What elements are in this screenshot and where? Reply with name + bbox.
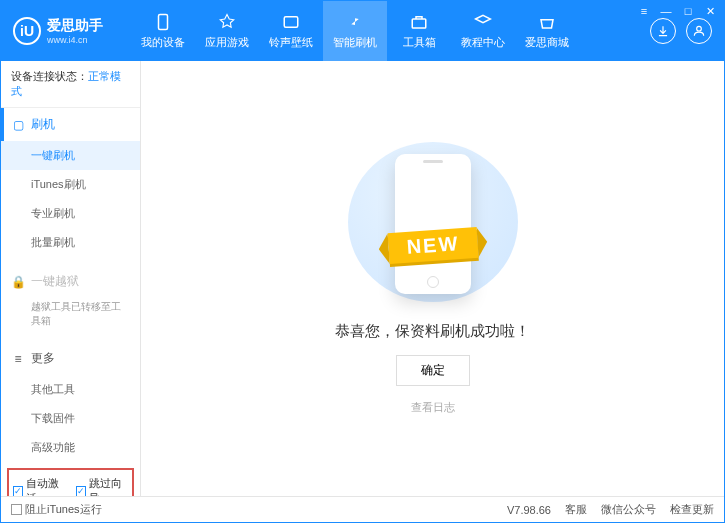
nav-my-device[interactable]: 我的设备 <box>131 1 195 61</box>
success-message: 恭喜您，保资料刷机成功啦！ <box>335 322 530 341</box>
confirm-button[interactable]: 确定 <box>396 355 470 386</box>
sidebar-item-itunes-flash[interactable]: iTunes刷机 <box>1 170 140 199</box>
checkbox-icon <box>11 504 22 515</box>
svg-rect-1 <box>284 16 298 27</box>
success-illustration: NEW <box>348 142 518 302</box>
support-link[interactable]: 客服 <box>565 502 587 517</box>
more-icon: ≡ <box>11 352 25 366</box>
sidebar-item-oneclick-flash[interactable]: 一键刷机 <box>1 141 140 170</box>
nav-store[interactable]: 爱思商城 <box>515 1 579 61</box>
wallpaper-icon <box>282 13 300 31</box>
nav-ringtone-wallpaper[interactable]: 铃声壁纸 <box>259 1 323 61</box>
sidebar-group-label: 一键越狱 <box>31 273 79 290</box>
nav-apps-games[interactable]: 应用游戏 <box>195 1 259 61</box>
svg-point-3 <box>697 26 702 31</box>
phone-icon <box>154 13 172 31</box>
status-label: 设备连接状态： <box>11 70 88 82</box>
check-update-link[interactable]: 检查更新 <box>670 502 714 517</box>
nav-label: 应用游戏 <box>205 35 249 50</box>
toolbox-icon <box>410 13 428 31</box>
nav-label: 铃声壁纸 <box>269 35 313 50</box>
app-subtitle: www.i4.cn <box>47 35 103 45</box>
nav-label: 工具箱 <box>403 35 436 50</box>
sidebar-group-label: 更多 <box>31 350 55 367</box>
sidebar-group-label: 刷机 <box>31 116 55 133</box>
menu-icon[interactable]: ≡ <box>636 5 652 18</box>
nav-tutorials[interactable]: 教程中心 <box>451 1 515 61</box>
jailbreak-note: 越狱工具已转移至工具箱 <box>1 298 140 334</box>
checkbox-skip-guide[interactable]: 跳过向导 <box>76 476 129 496</box>
flash-group-icon: ▢ <box>11 118 25 132</box>
apps-icon <box>218 13 236 31</box>
minimize-icon[interactable]: — <box>658 5 674 18</box>
logo: iU 爱思助手 www.i4.cn <box>1 17 131 45</box>
nav-label: 爱思商城 <box>525 35 569 50</box>
nav-smart-flash[interactable]: 智能刷机 <box>323 1 387 61</box>
nav-label: 教程中心 <box>461 35 505 50</box>
window-controls: ≡ — □ ✕ <box>636 5 718 18</box>
close-icon[interactable]: ✕ <box>702 5 718 18</box>
header: ≡ — □ ✕ iU 爱思助手 www.i4.cn 我的设备 应用游戏 铃声壁纸 <box>1 1 724 61</box>
lock-icon: 🔒 <box>11 275 25 289</box>
main-panel: NEW 恭喜您，保资料刷机成功啦！ 确定 查看日志 <box>141 61 724 496</box>
user-button[interactable] <box>686 18 712 44</box>
store-icon <box>538 13 556 31</box>
checkbox-label: 跳过向导 <box>89 476 128 496</box>
sidebar-item-other-tools[interactable]: 其他工具 <box>1 375 140 404</box>
nav-label: 智能刷机 <box>333 35 377 50</box>
nav-label: 我的设备 <box>141 35 185 50</box>
checkbox-label: 自动激活 <box>26 476 65 496</box>
phone-illustration <box>395 154 471 294</box>
checkbox-label: 阻止iTunes运行 <box>25 502 102 517</box>
checkbox-auto-activate[interactable]: 自动激活 <box>13 476 66 496</box>
sidebar-group-more[interactable]: ≡ 更多 <box>1 342 140 375</box>
checkbox-icon <box>76 486 86 497</box>
checkbox-highlight-block: 自动激活 跳过向导 <box>7 468 134 496</box>
tutorial-icon <box>474 13 492 31</box>
sidebar-group-jailbreak[interactable]: 🔒 一键越狱 <box>1 265 140 298</box>
checkbox-block-itunes[interactable]: 阻止iTunes运行 <box>11 502 102 517</box>
flash-icon <box>346 13 364 31</box>
svg-rect-0 <box>159 14 168 29</box>
nav-toolbox[interactable]: 工具箱 <box>387 1 451 61</box>
app-window: ≡ — □ ✕ iU 爱思助手 www.i4.cn 我的设备 应用游戏 铃声壁纸 <box>0 0 725 523</box>
footer: 阻止iTunes运行 V7.98.66 客服 微信公众号 检查更新 <box>1 496 724 522</box>
wechat-link[interactable]: 微信公众号 <box>601 502 656 517</box>
app-title: 爱思助手 <box>47 17 103 35</box>
maximize-icon[interactable]: □ <box>680 5 696 18</box>
new-ribbon: NEW <box>387 227 478 264</box>
sidebar-item-batch-flash[interactable]: 批量刷机 <box>1 228 140 257</box>
header-actions <box>650 18 724 44</box>
view-log-link[interactable]: 查看日志 <box>411 400 455 415</box>
main-nav: 我的设备 应用游戏 铃声壁纸 智能刷机 工具箱 教程中心 <box>131 1 579 61</box>
sidebar-item-advanced[interactable]: 高级功能 <box>1 433 140 462</box>
logo-icon: iU <box>13 17 41 45</box>
sidebar: 设备连接状态：正常模式 ▢ 刷机 一键刷机 iTunes刷机 专业刷机 批量刷机… <box>1 61 141 496</box>
download-button[interactable] <box>650 18 676 44</box>
svg-rect-2 <box>412 19 426 28</box>
sidebar-item-pro-flash[interactable]: 专业刷机 <box>1 199 140 228</box>
version-label: V7.98.66 <box>507 504 551 516</box>
sidebar-item-download-firmware[interactable]: 下载固件 <box>1 404 140 433</box>
body: 设备连接状态：正常模式 ▢ 刷机 一键刷机 iTunes刷机 专业刷机 批量刷机… <box>1 61 724 496</box>
sidebar-group-flash[interactable]: ▢ 刷机 <box>1 108 140 141</box>
checkbox-icon <box>13 486 23 497</box>
connection-status: 设备连接状态：正常模式 <box>1 61 140 108</box>
